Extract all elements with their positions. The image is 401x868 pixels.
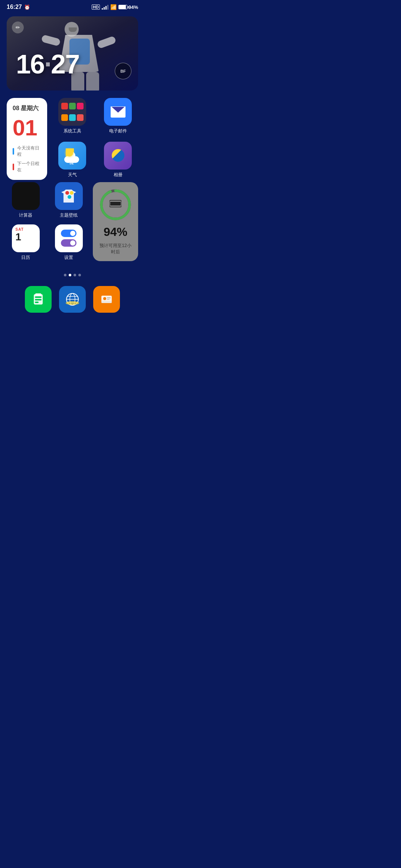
- sys-mini-5: [69, 114, 76, 121]
- clock-minute: 27: [51, 49, 79, 79]
- battery-widget: 94% 预计可用至12小时后: [93, 182, 138, 261]
- dot-2: [69, 274, 71, 276]
- svg-rect-22: [107, 299, 110, 300]
- app-email[interactable]: 电子邮件: [98, 98, 138, 137]
- dock-icon-2-svg: [65, 292, 80, 307]
- theme-icon: [55, 182, 83, 210]
- event-dot-1: [13, 148, 14, 155]
- dot-4: [78, 274, 81, 276]
- signal-icon: [102, 4, 108, 10]
- status-left: 16:27 ⏰: [7, 4, 30, 10]
- svg-rect-9: [35, 293, 41, 296]
- envelope-svg: [111, 106, 125, 118]
- color-dot-cyan: [68, 195, 71, 199]
- dock: [0, 282, 145, 320]
- svg-rect-23: [101, 301, 112, 303]
- svg-rect-12: [35, 302, 39, 303]
- event-dot-2: [13, 164, 14, 170]
- app-settings[interactable]: 设置: [50, 224, 88, 262]
- toggle-thumb-1: [70, 231, 75, 236]
- bf-logo: BF: [115, 63, 131, 79]
- toggle-track-2: [61, 239, 76, 247]
- dock-app-1[interactable]: [25, 286, 52, 313]
- calendar-event-2: 下一个日程在: [13, 161, 41, 173]
- hd-label: HD: [92, 4, 100, 10]
- svg-point-18: [66, 301, 79, 305]
- system-tools-icon: [58, 98, 86, 126]
- toggle-thumb-2: [70, 240, 75, 246]
- status-right: HD 📶 94%: [92, 4, 138, 10]
- toggle-container: [59, 228, 79, 249]
- toggle-track-1: [61, 230, 76, 237]
- weather-label: 天气: [68, 172, 77, 178]
- app-theme-wallpaper[interactable]: 主题壁纸: [50, 182, 88, 219]
- calendar-app-label: 日历: [21, 254, 30, 261]
- dot-3: [74, 274, 76, 276]
- page-indicator: [0, 274, 145, 276]
- clock-widget[interactable]: BF 16·27 ✏: [7, 16, 138, 91]
- app-album[interactable]: 相册: [98, 142, 138, 180]
- theme-wallpaper-label: 主题壁纸: [60, 212, 78, 218]
- battery-percent-status: 94%: [128, 4, 138, 10]
- battery-estimated-time: 预计可用至12小时后: [99, 243, 132, 255]
- battery-status: 94%: [118, 4, 138, 10]
- calendar-date-number: 01: [13, 117, 41, 139]
- dock-app-2[interactable]: [59, 286, 86, 313]
- dock-icon-1-svg: [32, 293, 45, 306]
- settings-label: 设置: [64, 254, 73, 261]
- main-app-grid-row2: 计算器 主题壁纸: [0, 182, 145, 261]
- calendar-event-1: 今天没有日程: [13, 145, 41, 158]
- color-dot-yellow: [70, 191, 74, 195]
- clock-time-display: 16·27: [16, 49, 79, 79]
- sys-mini-3: [77, 103, 84, 109]
- svg-point-20: [103, 297, 106, 300]
- sys-mini-2: [69, 103, 76, 109]
- calculator-icon: [12, 182, 40, 210]
- dock-app-3[interactable]: [93, 286, 120, 313]
- email-icon: [104, 98, 132, 126]
- settings-icon: [55, 224, 83, 252]
- time-display: 16:27: [7, 4, 22, 10]
- phone-svg: [110, 200, 121, 207]
- dock-icon-3-svg: [100, 293, 113, 306]
- calendar-day-header: 08 星期六: [13, 105, 41, 112]
- player-mouth: [69, 27, 77, 32]
- sys-mini-1: [61, 103, 68, 109]
- temp-label: 32°: [69, 161, 76, 165]
- app-weather[interactable]: 32° 天气: [52, 142, 93, 180]
- main-app-grid-row1: 08 星期六 01 今天没有日程 下一个日程在 系统工具: [0, 98, 145, 180]
- clock-sep: ·: [44, 49, 51, 79]
- toggle-row-2: [61, 239, 76, 247]
- sun: [66, 149, 73, 157]
- svg-rect-7: [110, 203, 111, 205]
- color-dot-red: [65, 191, 69, 195]
- album-icon: [104, 142, 132, 170]
- app-system-tools[interactable]: 系统工具: [52, 98, 93, 137]
- battery-ring: [99, 188, 132, 221]
- clock-edit-button[interactable]: ✏: [12, 22, 24, 33]
- svg-rect-10: [35, 296, 42, 298]
- album-label: 相册: [114, 172, 123, 178]
- cal-app-day: SAT: [16, 227, 24, 231]
- clock-hour: 16: [16, 49, 44, 79]
- status-bar: 16:27 ⏰ HD 📶 94%: [0, 0, 145, 13]
- player-leg-right: [86, 72, 99, 91]
- battery-percentage: 94%: [104, 225, 127, 239]
- app-calculator[interactable]: 计算器: [7, 182, 45, 219]
- alarm-icon: ⏰: [24, 4, 30, 10]
- svg-rect-6: [110, 202, 121, 206]
- sys-mini-4: [61, 114, 68, 121]
- calendar-widget[interactable]: 08 星期六 01 今天没有日程 下一个日程在: [7, 98, 47, 180]
- app-calendar[interactable]: SAT 1 日历: [7, 224, 45, 262]
- svg-rect-21: [107, 297, 111, 298]
- toggle-row-1: [61, 230, 76, 237]
- calendar-app-icon: SAT 1: [12, 224, 40, 252]
- wifi-icon: 📶: [110, 4, 117, 10]
- screen: 16:27 ⏰ HD 📶 94%: [0, 0, 145, 320]
- email-label: 电子邮件: [109, 128, 127, 134]
- weather-icon: 32°: [58, 142, 86, 170]
- svg-rect-11: [35, 299, 42, 300]
- cal-app-num: 1: [16, 231, 22, 243]
- calculator-label: 计算器: [19, 212, 32, 218]
- album-circle: [112, 149, 124, 162]
